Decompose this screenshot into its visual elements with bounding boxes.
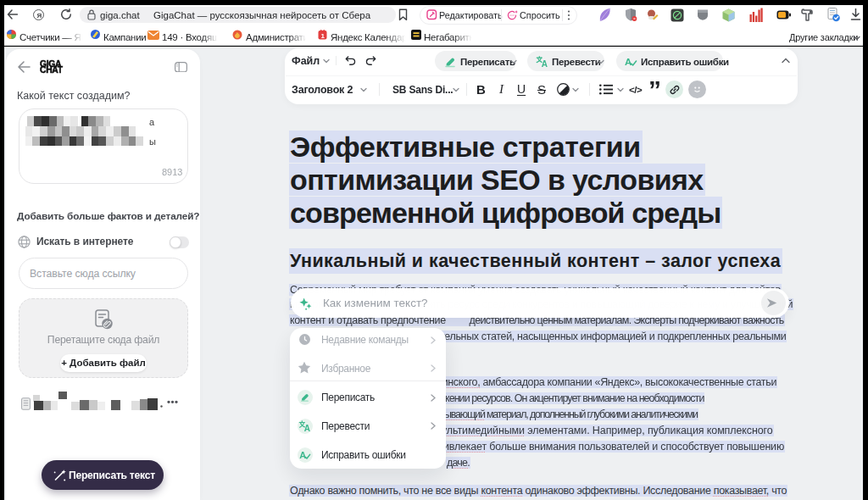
svg-text:A: A — [542, 59, 548, 68]
svg-text:A: A — [625, 56, 632, 66]
svg-text:A: A — [299, 449, 306, 459]
svg-text:1: 1 — [320, 31, 325, 39]
svg-text:A: A — [304, 424, 310, 432]
